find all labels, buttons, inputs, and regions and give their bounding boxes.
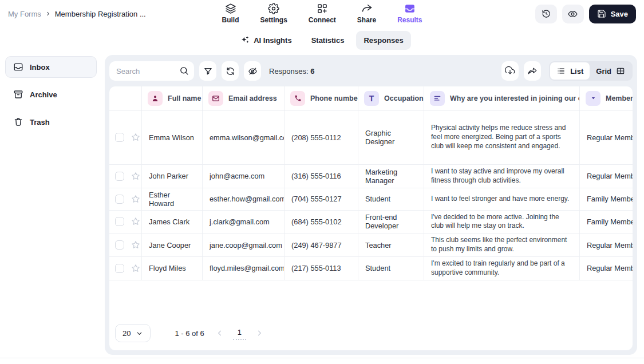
cell-email: esther.how@gmail.com <box>203 188 285 210</box>
refresh-icon <box>226 66 235 76</box>
search-icon <box>179 66 189 76</box>
save-button[interactable]: Save <box>589 5 636 23</box>
nav-results-label: Results <box>397 16 422 24</box>
sidebar-item-inbox-label: Inbox <box>30 63 50 72</box>
app-root: My Forms Membership Registration ... Bui… <box>0 0 644 364</box>
table-row[interactable]: John Parker john@acme.com (316) 555-0116… <box>109 165 633 188</box>
cell-phone: (704) 555-0127 <box>285 188 358 210</box>
prev-page-button[interactable] <box>212 329 227 337</box>
view-toggle: List Grid <box>549 61 633 81</box>
export-button[interactable] <box>501 61 519 81</box>
inbox-icon <box>13 62 23 72</box>
next-page-button[interactable] <box>252 329 267 337</box>
cell-occupation: Graphic Designer <box>358 110 424 164</box>
header-membership[interactable]: Membership <box>580 86 633 110</box>
row-checkbox[interactable] <box>115 264 124 273</box>
cloud-download-icon <box>505 66 515 76</box>
cell-reason: I've decided to be more active. Joining … <box>424 211 580 234</box>
sidebar-item-trash[interactable]: Trash <box>5 111 97 133</box>
view-toggle-list[interactable]: List <box>550 62 590 80</box>
cell-reason: Physical activity helps me reduce stress… <box>424 110 580 164</box>
cell-email: emma.wilson@gmail.com <box>203 110 285 164</box>
topbar-actions: Save <box>535 5 636 23</box>
tab-responses[interactable]: Responses <box>356 31 410 50</box>
mail-icon <box>208 91 223 106</box>
page-bottom-divider <box>0 358 644 358</box>
star-button[interactable] <box>131 240 141 250</box>
header-full-name[interactable]: Full name <box>142 86 203 110</box>
nav-share[interactable]: Share <box>357 3 376 24</box>
share-responses-button[interactable] <box>524 61 541 81</box>
pager: 1 <box>212 326 267 340</box>
cell-reason: This club seems like the perfect environ… <box>424 234 580 256</box>
cell-full-name: Jane Cooper <box>142 234 203 256</box>
table-row[interactable]: James Clark j.clark@gmail.com (684) 555-… <box>109 211 633 234</box>
refresh-button[interactable] <box>222 61 239 81</box>
reason-text: I want to stay active and improve my ove… <box>431 167 572 185</box>
view-toggle-grid[interactable]: Grid <box>590 62 631 80</box>
tab-statistics-label: Statistics <box>311 36 345 45</box>
cell-reason: I'm excited to train regularly and be pa… <box>424 257 580 280</box>
topbar: My Forms Membership Registration ... Bui… <box>0 0 644 27</box>
nav-build[interactable]: Build <box>222 3 239 24</box>
chevron-right-icon <box>45 11 51 17</box>
header-email[interactable]: Email address <box>203 86 285 110</box>
star-button[interactable] <box>131 132 141 143</box>
responses-toolbar: Responses: 6 <box>109 60 633 86</box>
tab-statistics[interactable]: Statistics <box>304 31 352 50</box>
table-row[interactable]: Floyd Miles floyd.miles@gmail.com (217) … <box>109 257 633 280</box>
nav-connect[interactable]: Connect <box>309 3 336 24</box>
table-row[interactable]: Emma Wilson emma.wilson@gmail.com (208) … <box>109 110 633 165</box>
page-size-value: 20 <box>123 329 131 338</box>
breadcrumb-current-form: Membership Registration ... <box>55 10 146 18</box>
current-page[interactable]: 1 <box>233 326 246 340</box>
tab-responses-label: Responses <box>364 36 403 45</box>
cell-occupation: Student <box>358 257 424 280</box>
row-checkbox[interactable] <box>115 133 124 142</box>
sidebar-item-archive[interactable]: Archive <box>5 84 97 105</box>
filter-button[interactable] <box>199 61 216 81</box>
row-checkbox[interactable] <box>115 217 124 226</box>
preview-button[interactable] <box>562 5 584 23</box>
toolbar-right: List Grid <box>496 61 633 81</box>
forward-arrow-icon <box>527 66 538 76</box>
star-button[interactable] <box>131 171 141 181</box>
cell-membership: Regular Member <box>580 165 633 188</box>
hide-fields-button[interactable] <box>244 61 261 81</box>
tab-ai-insights[interactable]: AI Insights <box>233 30 299 50</box>
table-row[interactable]: Jane Cooper jane.coop@gmail.com (249) 46… <box>109 234 633 257</box>
archive-icon <box>13 89 23 100</box>
table-header-row: Full name Email address Phone number <box>109 86 633 110</box>
nav-results[interactable]: Results <box>397 3 422 24</box>
cell-occupation: Front-end Developer <box>358 211 424 234</box>
cell-membership: Family Member <box>580 188 633 210</box>
header-phone[interactable]: Phone number <box>285 86 358 110</box>
breadcrumb-my-forms[interactable]: My Forms <box>8 10 41 18</box>
header-occupation[interactable]: T Occupation <box>358 86 424 110</box>
star-button[interactable] <box>131 216 141 227</box>
chevron-down-icon <box>136 330 143 337</box>
reason-text: This club seems like the perfect environ… <box>431 236 572 254</box>
nav-settings[interactable]: Settings <box>260 3 287 24</box>
row-checkbox[interactable] <box>115 195 124 204</box>
row-select-cell <box>109 234 142 256</box>
sidebar-item-trash-label: Trash <box>30 118 50 126</box>
page-size-select[interactable]: 20 <box>115 324 151 342</box>
header-reason[interactable]: Why are you interested in joining our cl… <box>424 86 580 110</box>
nav-settings-label: Settings <box>260 16 287 24</box>
table-row[interactable]: Esther Howard esther.how@gmail.com (704)… <box>109 188 633 211</box>
inbox-tray-icon <box>404 3 416 14</box>
star-button[interactable] <box>131 263 141 274</box>
cell-occupation: Teacher <box>358 234 424 256</box>
person-icon <box>148 91 163 106</box>
history-button[interactable] <box>535 5 557 23</box>
sidebar-item-inbox[interactable]: Inbox <box>5 56 97 78</box>
dropdown-icon <box>586 91 600 106</box>
reason-text: I've decided to be more active. Joining … <box>431 213 572 231</box>
cell-occupation: Marketing Manager <box>358 165 424 188</box>
row-checkbox[interactable] <box>115 240 124 250</box>
nav-connect-label: Connect <box>309 16 336 24</box>
star-button[interactable] <box>131 194 141 204</box>
header-email-label: Email address <box>228 94 277 102</box>
row-checkbox[interactable] <box>115 172 124 181</box>
